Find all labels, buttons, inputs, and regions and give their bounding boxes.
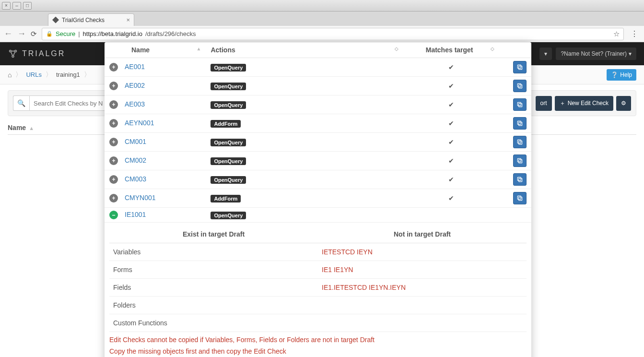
account-label: ?Name Not Set? (Trainer) (561, 50, 627, 57)
window-minimize-button[interactable]: – (12, 2, 21, 10)
detail-header-exist: Exist in target Draft (109, 226, 318, 243)
check-name-link[interactable]: CM003 (125, 175, 146, 183)
action-badge: OpenQuery (211, 139, 246, 146)
window-close-button[interactable]: × (2, 2, 11, 10)
account-dropdown[interactable]: ?Name Not Set? (Trainer) ▾ (556, 48, 636, 60)
unknown-dropdown[interactable]: ▾ (539, 48, 552, 60)
check-name-link[interactable]: CMYN001 (125, 194, 156, 202)
breadcrumb-urls[interactable]: URLs (26, 71, 42, 78)
sort-icon: ▲ (29, 125, 34, 131)
browser-tab[interactable]: TrialGrid Checks × (48, 13, 134, 26)
check-name-link[interactable]: CM001 (125, 138, 146, 145)
modal-header-actions[interactable]: Actions◇ (206, 42, 403, 58)
action-badge: AddForm (211, 195, 241, 202)
action-badge: OpenQuery (211, 176, 246, 184)
expand-toggle[interactable]: – (109, 211, 118, 219)
expand-toggle[interactable]: + (109, 175, 118, 184)
url-path: /drafts/296/checks (145, 30, 196, 37)
check-name-link[interactable]: CM002 (125, 156, 146, 164)
check-row: +AE003OpenQuery✔ (105, 95, 531, 114)
expand-toggle[interactable]: + (109, 100, 118, 109)
svg-rect-10 (517, 121, 521, 124)
help-button[interactable]: ❔ Help (607, 69, 636, 81)
svg-rect-17 (519, 197, 522, 201)
check-name-link[interactable]: AE002 (125, 82, 145, 89)
detail-label: Fields (109, 279, 318, 297)
svg-rect-7 (519, 104, 522, 107)
expand-toggle[interactable]: + (109, 63, 118, 71)
bookmark-star-icon[interactable]: ☆ (613, 30, 620, 38)
expand-toggle[interactable]: + (109, 156, 118, 165)
copy-button[interactable] (513, 173, 527, 186)
settings-button[interactable]: ⚙ (616, 96, 631, 111)
browser-toolbar: ← → ⟳ 🔒 Secure | https://beta.trialgrid.… (0, 26, 644, 42)
caret-down-icon: ▾ (629, 50, 632, 57)
check-row: –IE1001OpenQuery (105, 208, 531, 223)
brand-text: TRIALGR (22, 49, 65, 58)
reload-button[interactable]: ⟳ (31, 30, 37, 38)
col-name-header[interactable]: Name (8, 124, 26, 131)
check-name-link[interactable]: IE1001 (125, 211, 146, 218)
svg-rect-16 (517, 177, 521, 180)
breadcrumb-project[interactable]: training1 (56, 71, 80, 78)
svg-rect-18 (517, 196, 521, 199)
browser-menu-button[interactable]: ⋮ (629, 29, 640, 38)
copy-button[interactable] (513, 155, 527, 167)
copy-button[interactable] (513, 80, 527, 92)
url-host: https://beta.trialgrid.io (83, 30, 142, 37)
address-bar[interactable]: 🔒 Secure | https://beta.trialgrid.io/dra… (42, 28, 624, 40)
sort-icon: ◇ (491, 46, 494, 51)
new-edit-check-button[interactable]: ＋ New Edit Check (555, 96, 613, 111)
expand-toggle[interactable]: + (109, 82, 118, 90)
lock-icon: 🔒 (46, 31, 53, 37)
copy-button[interactable] (513, 192, 527, 204)
expand-toggle[interactable]: + (109, 119, 118, 128)
detail-missing (318, 297, 527, 314)
copy-button[interactable] (513, 61, 527, 73)
check-row: +AE001OpenQuery✔ (105, 58, 531, 77)
gear-icon: ⚙ (621, 100, 626, 107)
check-row: +CM002OpenQuery✔ (105, 152, 531, 170)
copy-checks-modal: Name▲ Actions◇ Matches target◇ +AE001Ope… (105, 42, 531, 357)
action-badge: AddForm (211, 120, 241, 128)
check-row: +CMYN001AddForm✔ (105, 189, 531, 208)
copy-button[interactable] (513, 98, 527, 111)
copy-button[interactable] (513, 117, 527, 130)
window-maximize-button[interactable]: □ (23, 2, 32, 10)
detail-row: FieldsIE1.IETESTCD IE1YN.IEYN (109, 279, 527, 297)
plus-icon: ＋ (560, 99, 565, 107)
check-icon: ✔ (448, 176, 454, 183)
back-button[interactable]: ← (4, 29, 12, 39)
detail-missing: IETESTCD IEYN (318, 243, 527, 261)
search-input[interactable] (29, 95, 116, 111)
svg-rect-11 (519, 141, 522, 144)
action-badge: OpenQuery (211, 101, 246, 109)
browser-tabstrip: TrialGrid Checks × (0, 12, 644, 26)
check-icon: ✔ (448, 194, 454, 202)
detail-row: VariablesIETESTCD IEYN (109, 243, 527, 261)
question-icon: ❔ (611, 71, 618, 78)
check-icon: ✔ (448, 157, 454, 165)
action-badge: OpenQuery (211, 157, 246, 165)
check-name-link[interactable]: AEYN001 (125, 119, 154, 127)
modal-header-matches[interactable]: Matches target◇ (403, 42, 499, 58)
svg-rect-15 (519, 178, 522, 182)
check-row: +AEYN001AddForm✔ (105, 114, 531, 133)
brand[interactable]: TRIALGR (8, 48, 65, 59)
home-icon[interactable]: ⌂ (8, 71, 12, 79)
check-name-link[interactable]: AE001 (125, 63, 145, 71)
copy-button[interactable] (513, 136, 527, 148)
help-label: Help (620, 71, 632, 78)
detail-missing: IE1.IETESTCD IE1YN.IEYN (318, 279, 527, 297)
expand-toggle[interactable]: + (109, 194, 118, 202)
check-name-link[interactable]: AE003 (125, 100, 145, 108)
tab-favicon (52, 17, 59, 24)
expand-toggle[interactable]: + (109, 138, 118, 146)
export-button[interactable]: ort (536, 96, 552, 111)
forward-button[interactable]: → (17, 29, 26, 39)
tab-close-icon[interactable]: × (126, 16, 130, 24)
modal-header-name[interactable]: Name▲ (105, 42, 206, 58)
action-badge: OpenQuery (211, 83, 246, 90)
search-icon[interactable]: 🔍 (13, 95, 29, 111)
new-tab-button[interactable] (135, 16, 147, 26)
